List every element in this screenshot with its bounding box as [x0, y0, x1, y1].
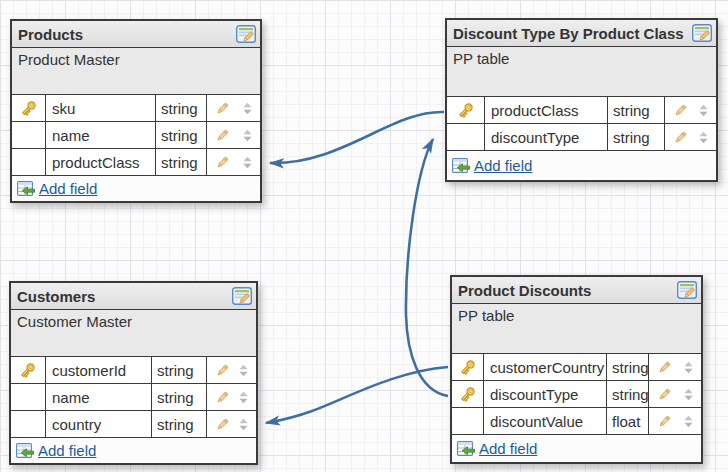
table-product-discounts: Product Discounts PP table customerCount…	[450, 275, 703, 464]
field-name[interactable]: productClass	[485, 97, 608, 123]
table-title: Discount Type By Product Class	[453, 25, 688, 42]
table-product-discounts-header[interactable]: Product Discounts	[452, 277, 701, 304]
field-type[interactable]: string	[156, 149, 207, 175]
table-footer: Add field	[452, 435, 701, 462]
reorder-field-icon[interactable]	[243, 102, 252, 115]
primary-key-cell[interactable]	[452, 408, 484, 434]
field-actions	[207, 411, 256, 437]
key-icon	[19, 361, 37, 379]
edit-field-icon[interactable]	[657, 414, 672, 429]
reorder-field-icon[interactable]	[243, 129, 252, 142]
connection-productdiscounts-to-discounttype[interactable]	[406, 139, 448, 396]
field-type[interactable]: string	[607, 381, 649, 407]
edit-field-icon[interactable]	[215, 101, 230, 116]
reorder-field-icon[interactable]	[699, 131, 708, 144]
edit-field-icon[interactable]	[215, 128, 230, 143]
table-discount-header[interactable]: Discount Type By Product Class	[447, 20, 716, 47]
key-icon	[459, 385, 477, 403]
reorder-field-icon[interactable]	[239, 391, 248, 404]
edit-table-icon[interactable]	[232, 287, 252, 305]
field-type[interactable]: string	[152, 357, 207, 383]
add-field-icon	[457, 441, 475, 456]
reorder-field-icon[interactable]	[684, 415, 693, 428]
add-field-icon	[16, 443, 34, 458]
edit-field-icon[interactable]	[215, 390, 230, 405]
table-products: Products Product Master sku string name …	[10, 19, 262, 203]
primary-key-cell[interactable]	[452, 354, 484, 380]
primary-key-cell[interactable]	[12, 122, 46, 148]
primary-key-cell[interactable]	[11, 411, 46, 437]
field-actions	[207, 384, 256, 410]
field-name[interactable]: country	[46, 411, 152, 437]
field-name[interactable]: name	[46, 122, 156, 148]
edit-table-icon[interactable]	[236, 25, 256, 43]
reorder-field-icon[interactable]	[684, 388, 693, 401]
field-name[interactable]: productClass	[46, 149, 156, 175]
field-type[interactable]: float	[607, 408, 649, 434]
field-row-productClass: productClass string	[12, 149, 260, 176]
add-field-icon	[17, 181, 35, 196]
edit-table-icon[interactable]	[677, 281, 697, 299]
add-field-link[interactable]: Add field	[457, 440, 537, 457]
primary-key-cell[interactable]	[447, 97, 485, 123]
edit-field-icon[interactable]	[657, 360, 672, 375]
field-name[interactable]: customerCountry	[484, 354, 607, 380]
field-actions	[207, 149, 260, 175]
edit-field-icon[interactable]	[673, 130, 688, 145]
field-type[interactable]: string	[156, 122, 207, 148]
field-row-customerId: customerId string	[11, 357, 256, 384]
field-type[interactable]: string	[152, 411, 207, 437]
reorder-field-icon[interactable]	[243, 156, 252, 169]
field-type[interactable]: string	[608, 124, 665, 150]
add-field-label: Add field	[474, 157, 532, 174]
primary-key-cell[interactable]	[12, 95, 46, 121]
reorder-field-icon[interactable]	[684, 361, 693, 374]
reorder-field-icon[interactable]	[239, 418, 248, 431]
edit-field-icon[interactable]	[215, 417, 230, 432]
field-row-discountValue: discountValue float	[452, 408, 701, 435]
table-description: Product Master	[12, 48, 260, 95]
table-footer: Add field	[11, 438, 256, 463]
add-field-link[interactable]: Add field	[17, 180, 97, 197]
field-row-productClass: productClass string	[447, 97, 716, 124]
table-customers-header[interactable]: Customers	[11, 283, 256, 310]
field-name[interactable]: customerId	[46, 357, 152, 383]
reorder-field-icon[interactable]	[239, 364, 248, 377]
add-field-link[interactable]: Add field	[452, 157, 532, 174]
primary-key-cell[interactable]	[452, 381, 484, 407]
table-discount-type-by-product-class: Discount Type By Product Class PP table …	[445, 18, 718, 182]
field-name[interactable]: sku	[46, 95, 156, 121]
table-products-header[interactable]: Products	[12, 21, 260, 48]
field-name[interactable]: discountType	[485, 124, 608, 150]
field-type[interactable]: string	[608, 97, 665, 123]
edit-field-icon[interactable]	[673, 103, 688, 118]
edit-field-icon[interactable]	[215, 155, 230, 170]
field-name[interactable]: name	[46, 384, 152, 410]
table-footer: Add field	[12, 176, 260, 201]
primary-key-cell[interactable]	[447, 124, 485, 150]
connection-productdiscounts-to-customers[interactable]	[266, 367, 448, 423]
key-icon	[20, 99, 38, 117]
primary-key-cell[interactable]	[11, 384, 46, 410]
add-field-label: Add field	[38, 442, 96, 459]
primary-key-cell[interactable]	[12, 149, 46, 175]
table-description: PP table	[452, 304, 701, 354]
field-type[interactable]: string	[156, 95, 207, 121]
edit-table-icon[interactable]	[692, 24, 712, 42]
field-name[interactable]: discountValue	[484, 408, 607, 434]
diagram-canvas[interactable]: Products Product Master sku string name …	[0, 0, 728, 472]
primary-key-cell[interactable]	[11, 357, 46, 383]
reorder-field-icon[interactable]	[699, 104, 708, 117]
table-customers: Customers Customer Master customerId str…	[9, 281, 258, 465]
edit-field-icon[interactable]	[215, 363, 230, 378]
connection-discounttype-to-products[interactable]	[270, 112, 444, 163]
edit-field-icon[interactable]	[657, 387, 672, 402]
add-field-label: Add field	[39, 180, 97, 197]
field-name[interactable]: discountType	[484, 381, 607, 407]
add-field-link[interactable]: Add field	[16, 442, 96, 459]
field-actions	[207, 95, 260, 121]
field-row-name: name string	[11, 384, 256, 411]
table-footer: Add field	[447, 151, 716, 180]
field-type[interactable]: string	[607, 354, 649, 380]
field-type[interactable]: string	[152, 384, 207, 410]
